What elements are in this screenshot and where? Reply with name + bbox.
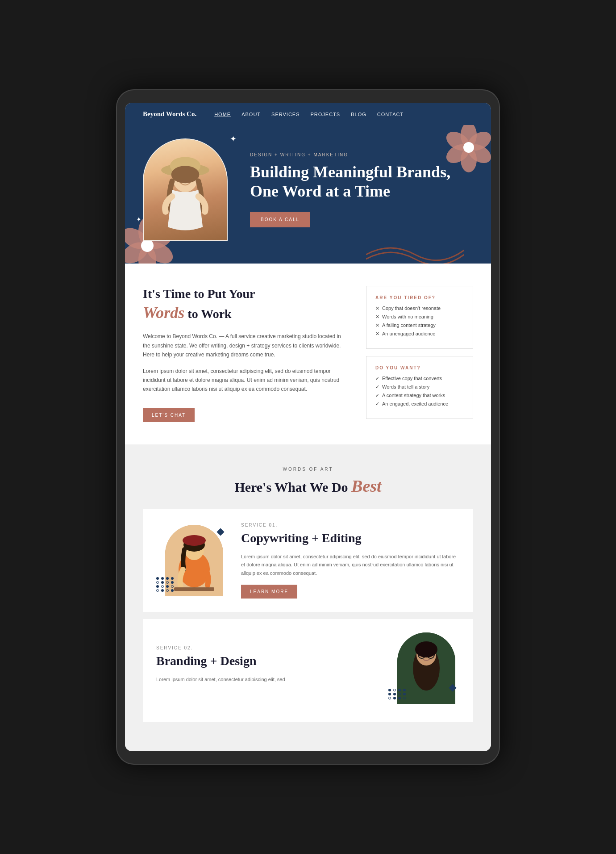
- svg-point-13: [141, 239, 154, 252]
- pain-card-label: ARE YOU TIRED OF?: [375, 295, 464, 300]
- want-item-2: ✓ Words that tell a story: [375, 384, 464, 390]
- pain-item-2: ✕ Words with no meaning: [375, 314, 464, 320]
- nav-item-blog[interactable]: BLOG: [351, 112, 366, 117]
- x-icon-2: ✕: [375, 314, 379, 320]
- service-1-diamond: [217, 528, 225, 536]
- want-card-label: DO YOU WANT?: [375, 365, 464, 370]
- hero-subtitle: DESIGN + WRITING + MARKETING: [250, 152, 473, 157]
- content-desc-1: Welcome to Beyond Words Co. — A full ser…: [143, 332, 348, 359]
- pain-item-3: ✕ A failing content strategy: [375, 322, 464, 328]
- svg-point-17: [171, 166, 200, 183]
- want-card: DO YOU WANT? ✓ Effective copy that conve…: [366, 356, 473, 419]
- want-item-3: ✓ A content strategy that works: [375, 393, 464, 398]
- services-title-pre: Here's What We Do: [234, 480, 348, 494]
- nav-item-services[interactable]: SERVICES: [271, 112, 300, 117]
- device-frame: Beyond Words Co. HOME ABOUT SERVICES PRO…: [116, 89, 500, 765]
- book-call-button[interactable]: BOOK A CALL: [250, 212, 310, 227]
- svg-rect-23: [174, 587, 214, 591]
- star-decoration-bl: ✦: [136, 216, 142, 223]
- hero-portrait: [144, 139, 227, 240]
- services-title-highlight: Best: [351, 477, 382, 495]
- services-header: WORDS OF ART Here's What We Do Best: [143, 467, 473, 496]
- content-title-pre: It's Time to Put Your: [143, 287, 255, 301]
- svg-point-29: [415, 641, 437, 657]
- service-2-desc: Lorem ipsum dolor sit amet, consectetur …: [156, 675, 366, 684]
- hero-image-area: ✦ ✦: [143, 138, 232, 241]
- services-eyebrow: WORDS OF ART: [143, 467, 473, 472]
- content-title-post: to Work: [187, 307, 231, 321]
- hero-portrait-arch: [143, 138, 228, 241]
- service-2-number: SERVICE 02.: [156, 645, 366, 650]
- x-icon-3: ✕: [375, 322, 379, 328]
- service-2-content: SERVICE 02. Branding + Design Lorem ipsu…: [156, 645, 375, 691]
- hero-title: Building Meaningful Brands, One Word at …: [250, 163, 473, 201]
- service-2-image-area: [388, 632, 460, 704]
- svg-point-22: [183, 535, 206, 546]
- pain-item-1: ✕ Copy that doesn't resonate: [375, 306, 464, 311]
- svg-point-6: [463, 142, 474, 153]
- service-1-learn-more-button[interactable]: LEARN MORE: [241, 585, 297, 599]
- service-card-2: SERVICE 02. Branding + Design Lorem ipsu…: [143, 619, 473, 722]
- content-title-highlight: Words: [143, 304, 184, 322]
- star-decoration-tr: ✦: [230, 134, 237, 144]
- check-icon-3: ✓: [375, 393, 379, 398]
- content-right: ARE YOU TIRED OF? ✕ Copy that doesn't re…: [366, 286, 473, 422]
- lets-chat-button[interactable]: LET'S CHAT: [143, 408, 195, 422]
- x-icon-4: ✕: [375, 331, 379, 337]
- x-icon-1: ✕: [375, 306, 379, 311]
- content-left: It's Time to Put Your Words to Work Welc…: [143, 286, 348, 422]
- service-1-content: SERVICE 01. Copywriting + Editing Lorem …: [241, 523, 460, 599]
- service-2-dots: [388, 689, 407, 699]
- nav-item-contact[interactable]: CONTACT: [377, 112, 404, 117]
- service-card-1: SERVICE 01. Copywriting + Editing Lorem …: [143, 509, 473, 612]
- wave-decoration: [366, 237, 464, 264]
- want-item-4: ✓ An engaged, excited audience: [375, 401, 464, 407]
- service-1-dots: [156, 577, 175, 592]
- service-2-title: Branding + Design: [156, 654, 366, 668]
- device-screen: Beyond Words Co. HOME ABOUT SERVICES PRO…: [125, 103, 491, 751]
- person-silhouette: [144, 139, 227, 240]
- navbar: Beyond Words Co. HOME ABOUT SERVICES PRO…: [125, 103, 491, 125]
- check-icon-4: ✓: [375, 401, 379, 407]
- nav-menu: HOME ABOUT SERVICES PROJECTS BLOG CONTAC…: [214, 110, 404, 118]
- pain-item-4: ✕ An unengaged audience: [375, 331, 464, 337]
- check-icon-1: ✓: [375, 376, 379, 381]
- services-title: Here's What We Do Best: [143, 476, 473, 496]
- pain-card: ARE YOU TIRED OF? ✕ Copy that doesn't re…: [366, 286, 473, 349]
- nav-item-home[interactable]: HOME: [214, 112, 231, 117]
- service-1-number: SERVICE 01.: [241, 523, 460, 527]
- service-1-title: Copywriting + Editing: [241, 531, 460, 545]
- want-item-1: ✓ Effective copy that converts: [375, 376, 464, 381]
- service-1-desc: Lorem ipsum dolor sit amet, consectetur …: [241, 553, 460, 578]
- hero-content: DESIGN + WRITING + MARKETING Building Me…: [250, 152, 473, 227]
- content-section: It's Time to Put Your Words to Work Welc…: [125, 264, 491, 444]
- content-title: It's Time to Put Your Words to Work: [143, 286, 348, 323]
- service-1-image-area: [156, 525, 228, 596]
- nav-item-about[interactable]: ABOUT: [241, 112, 261, 117]
- content-desc-2: Lorem ipsum dolor sit amet, consectetur …: [143, 367, 348, 394]
- nav-item-projects[interactable]: PROJECTS: [311, 112, 341, 117]
- check-icon-2: ✓: [375, 384, 379, 390]
- services-section: WORDS OF ART Here's What We Do Best: [125, 444, 491, 751]
- brand-name: Beyond Words Co.: [143, 110, 196, 118]
- hero-section: ✦ ✦: [125, 125, 491, 264]
